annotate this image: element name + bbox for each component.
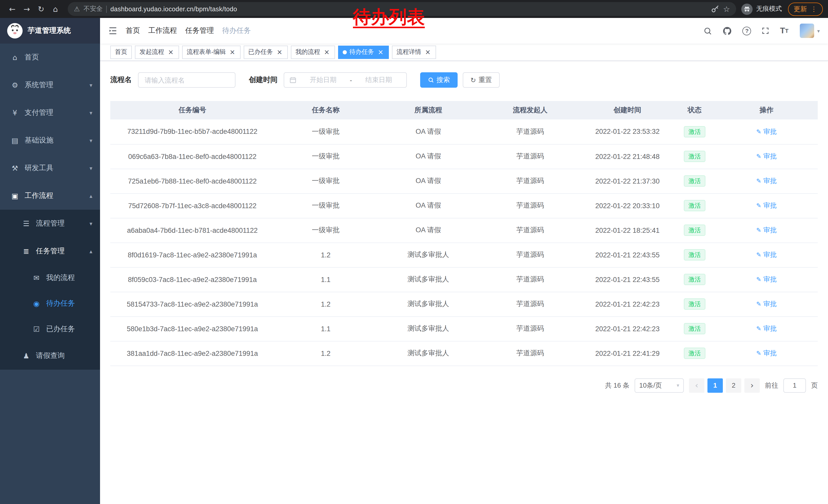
omnibox-divider — [106, 5, 107, 12]
approve-link[interactable]: ✎ 审批 — [756, 226, 777, 235]
sidebar-item-home[interactable]: ⌂ 首页 — [0, 44, 100, 71]
user-menu[interactable]: ▾ — [794, 18, 824, 44]
breadcrumb-item: 待办任务 — [222, 26, 251, 35]
browser-update-button[interactable]: 更新 ⋮ — [788, 2, 823, 16]
browser-back-button[interactable]: ← — [5, 2, 19, 16]
sidebar-item-process-mgmt[interactable]: ☰ 流程管理 ▾ — [0, 210, 100, 237]
cell-task-id: 580e1b3d-7ac8-11ec-a9e2-a2380e71991a — [110, 316, 275, 341]
sidebar-item-system[interactable]: ⚙ 系统管理 ▾ — [0, 71, 100, 99]
sidebar-item-infrastructure[interactable]: ▤ 基础设施 ▾ — [0, 127, 100, 154]
sidebar-item-dev-tools[interactable]: ⚒ 研发工具 ▾ — [0, 154, 100, 182]
process-list-icon: ☰ — [22, 220, 31, 228]
approve-link[interactable]: ✎ 审批 — [756, 250, 777, 260]
approve-link[interactable]: ✎ 审批 — [756, 300, 777, 309]
fullscreen-button[interactable] — [756, 18, 775, 44]
status-badge: 激活 — [684, 200, 705, 211]
approve-link[interactable]: ✎ 审批 — [756, 127, 777, 136]
next-page-button[interactable]: › — [744, 378, 760, 393]
browser-forward-button[interactable]: → — [19, 2, 34, 16]
chevron-icon: ▾ — [89, 109, 92, 116]
table-row: 8f059c03-7ac8-11ec-a9e2-a2380e71991a 1.1… — [110, 267, 818, 292]
cell-task-name: 一级审批 — [275, 218, 377, 242]
password-key-icon[interactable] — [710, 4, 719, 13]
tab[interactable]: 流程详情 × — [392, 45, 436, 59]
sidebar-item-task-mgmt[interactable]: ≣ 任务管理 ▴ — [0, 237, 100, 265]
navbar-right: ? TT ▾ — [699, 18, 824, 44]
tab[interactable]: 流程表单-编辑 × — [182, 45, 241, 59]
cell-created-time: 2022-01-21 22:43:55 — [581, 242, 674, 267]
tab[interactable]: 首页 — [110, 45, 132, 59]
dashboard-icon: ⌂ — [10, 53, 19, 61]
approve-link[interactable]: ✎ 审批 — [756, 152, 777, 161]
browser-menu-icon[interactable]: ⋮ — [811, 5, 817, 13]
close-icon[interactable]: × — [167, 48, 174, 56]
page-number-button[interactable]: 1 — [707, 378, 723, 393]
close-icon[interactable]: × — [377, 48, 384, 56]
approve-link[interactable]: ✎ 审批 — [756, 201, 777, 210]
logo-bar[interactable]: 芋道管理系统 — [0, 18, 100, 44]
breadcrumb-item: 任务管理 — [185, 26, 222, 35]
sidebar-item-my-process[interactable]: ✉ 我的流程 — [0, 265, 100, 291]
incognito-label: 无痕模式 — [756, 5, 782, 13]
tab[interactable]: 待办任务 × — [338, 45, 389, 59]
close-icon[interactable]: × — [424, 48, 431, 56]
goto-page-input[interactable] — [783, 378, 806, 393]
todo-task-table: 任务编号任务名称所属流程流程发起人创建时间状态操作 73211d9d-7b9b-… — [110, 101, 818, 366]
approve-link[interactable]: ✎ 审批 — [756, 324, 777, 333]
approve-link[interactable]: ✎ 审批 — [756, 275, 777, 284]
workflow-icon: ▣ — [10, 192, 19, 200]
approve-link[interactable]: ✎ 审批 — [756, 176, 777, 186]
edit-icon: ✎ — [756, 276, 761, 283]
sidebar-item-leave-query[interactable]: ♟ 请假查询 — [0, 342, 100, 370]
close-icon[interactable]: × — [276, 48, 283, 56]
cell-process: 测试多审批人 — [377, 292, 480, 316]
page-number-button[interactable]: 2 — [726, 378, 741, 393]
reset-button[interactable]: ↻ 重置 — [463, 72, 500, 88]
cell-initiator: 芋道源码 — [480, 218, 581, 242]
infrastructure-icon: ▤ — [10, 136, 19, 145]
search-button[interactable]: 搜索 — [420, 72, 458, 88]
edit-icon: ✎ — [756, 128, 761, 135]
cell-initiator: 芋道源码 — [480, 292, 581, 316]
address-bar[interactable]: ⚠ 不安全 dashboard.yudao.iocoder.cn/bpm/tas… — [68, 2, 736, 16]
tab[interactable]: 我的流程 × — [291, 45, 335, 59]
app-root: ← → ↻ ⌂ ⚠ 不安全 dashboard.yudao.iocoder.cn… — [0, 0, 828, 504]
approve-link[interactable]: ✎ 审批 — [756, 349, 777, 358]
bookmark-star-icon[interactable]: ☆ — [723, 4, 730, 13]
sidebar-toggle-button[interactable] — [100, 18, 126, 44]
header-search-button[interactable] — [699, 18, 717, 44]
sidebar-item-done-task[interactable]: ☑ 已办任务 — [0, 316, 100, 342]
cell-created-time: 2022-01-21 22:41:29 — [581, 341, 674, 366]
browser-home-button[interactable]: ⌂ — [48, 2, 63, 16]
prev-page-button[interactable]: ‹ — [689, 378, 704, 393]
app-title: 芋道管理系统 — [28, 26, 71, 35]
sidebar-item-todo-task[interactable]: ◉ 待办任务 — [0, 291, 100, 316]
sidebar-item-workflow[interactable]: ▣ 工作流程 ▴ — [0, 182, 100, 210]
close-icon[interactable]: × — [229, 48, 236, 56]
font-size-button[interactable]: TT — [775, 18, 794, 44]
tab[interactable]: 已办任务 × — [244, 45, 288, 59]
column-header: 操作 — [715, 101, 818, 120]
github-link[interactable] — [717, 18, 738, 44]
browser-reload-button[interactable]: ↻ — [34, 2, 48, 16]
chrome-right-controls: 无痕模式 更新 ⋮ — [741, 2, 823, 16]
process-name-input[interactable] — [138, 72, 236, 88]
close-icon[interactable]: × — [323, 48, 330, 56]
help-button[interactable]: ? — [738, 18, 756, 44]
security-label: 不安全 — [83, 5, 102, 13]
cell-initiator: 芋道源码 — [480, 341, 581, 366]
eye-icon: ◉ — [32, 300, 41, 308]
avatar — [800, 24, 814, 38]
browser-chrome: ← → ↻ ⌂ ⚠ 不安全 dashboard.yudao.iocoder.cn… — [0, 0, 828, 18]
cell-task-id: 381aa1dd-7ac8-11ec-a9e2-a2380e71991a — [110, 341, 275, 366]
page-size-select[interactable]: 10条/页 ▾ — [634, 378, 684, 393]
cell-task-id: 8f059c03-7ac8-11ec-a9e2-a2380e71991a — [110, 267, 275, 292]
date-range-picker[interactable]: 开始日期 - 结束日期 — [284, 72, 407, 88]
table-row: 069c6a63-7b8a-11ec-8ef0-acde48001122 一级审… — [110, 144, 818, 169]
cell-created-time: 2022-01-22 23:53:32 — [581, 120, 674, 144]
cell-created-time: 2022-01-21 22:42:23 — [581, 316, 674, 341]
tab[interactable]: 发起流程 × — [135, 45, 179, 59]
sidebar-item-payment[interactable]: ¥ 支付管理 ▾ — [0, 99, 100, 127]
search-icon — [704, 27, 712, 35]
status-badge: 激活 — [684, 126, 705, 137]
